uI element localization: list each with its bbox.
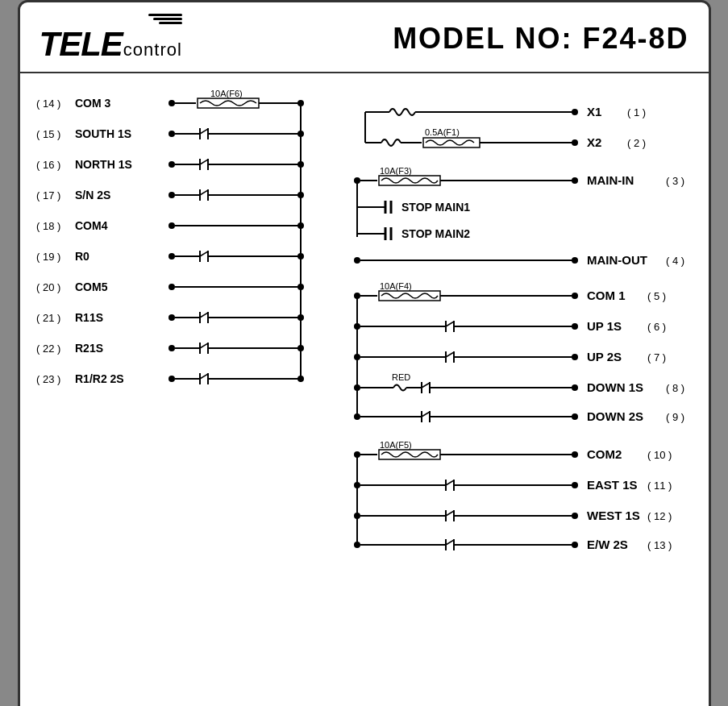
- svg-text:( 15 ): ( 15 ): [36, 128, 60, 140]
- svg-point-100: [572, 177, 578, 184]
- logo-tele: TELE: [40, 25, 123, 64]
- svg-text:X1: X1: [587, 105, 601, 118]
- svg-text:( 9 ): ( 9 ): [666, 411, 684, 423]
- svg-text:S/N 2S: S/N 2S: [75, 189, 110, 201]
- svg-point-57: [297, 253, 304, 260]
- svg-text:DOWN 2S: DOWN 2S: [587, 409, 643, 423]
- svg-text:STOP MAIN1: STOP MAIN1: [401, 201, 470, 214]
- svg-text:R0: R0: [75, 250, 89, 263]
- model-title: MODEL NO: F24-8D: [393, 22, 688, 56]
- svg-point-51: [168, 253, 175, 260]
- svg-text:E/W 2S: E/W 2S: [587, 538, 628, 551]
- svg-point-67: [297, 314, 304, 321]
- svg-point-192: [354, 542, 360, 548]
- svg-point-74: [297, 345, 304, 351]
- svg-text:( 12 ): ( 12 ): [647, 510, 672, 522]
- left-circuit-svg: ( 14 ) COM 3 ( 15 ) SOUTH 1S ( 16 ) NORT…: [35, 88, 349, 434]
- svg-line-38: [200, 160, 208, 164]
- svg-line-65: [200, 313, 208, 318]
- svg-text:WEST 1S: WEST 1S: [587, 509, 640, 522]
- svg-point-162: [572, 413, 578, 420]
- svg-rect-22: [198, 98, 259, 108]
- svg-text:( 19 ): ( 19 ): [36, 251, 60, 263]
- svg-text:( 13 ): ( 13 ): [647, 539, 672, 551]
- svg-text:( 23 ): ( 23 ): [36, 373, 60, 385]
- svg-text:COM2: COM2: [587, 447, 622, 461]
- diagram-area: ( 14 ) COM 3 ( 15 ) SOUTH 1S ( 16 ) NORT…: [20, 73, 709, 707]
- svg-text:( 11 ): ( 11 ): [647, 480, 672, 492]
- svg-text:RED: RED: [392, 372, 410, 382]
- svg-point-122: [572, 293, 578, 299]
- svg-point-183: [354, 513, 360, 519]
- svg-point-60: [297, 284, 304, 290]
- svg-line-55: [200, 251, 208, 256]
- right-diagram: X1 ( 1 ) X2 ( 2 ) 0.5A(F1): [349, 88, 728, 707]
- svg-point-33: [297, 131, 304, 137]
- svg-line-72: [200, 343, 208, 348]
- svg-text:UP 2S: UP 2S: [587, 350, 622, 363]
- svg-text:( 14 ): ( 14 ): [36, 98, 60, 110]
- svg-line-187: [446, 511, 454, 516]
- svg-point-169: [572, 451, 578, 458]
- svg-text:R11S: R11S: [75, 311, 103, 324]
- svg-text:( 4 ): ( 4 ): [666, 255, 684, 267]
- svg-point-41: [168, 192, 175, 198]
- svg-text:( 7 ): ( 7 ): [647, 351, 666, 363]
- svg-line-151: [422, 383, 430, 388]
- svg-text:COM 3: COM 3: [75, 97, 111, 110]
- svg-point-92: [572, 139, 578, 146]
- left-diagram: ( 14 ) COM 3 ( 15 ) SOUTH 1S ( 16 ) NORT…: [35, 88, 349, 707]
- main-panel: TELE control MODEL NO: F24-8D: [18, 0, 711, 706]
- svg-text:10A(F6): 10A(F6): [210, 89, 243, 98]
- svg-point-115: [572, 257, 578, 264]
- svg-point-34: [168, 161, 175, 168]
- svg-point-136: [354, 354, 360, 360]
- svg-text:STOP MAIN2: STOP MAIN2: [401, 227, 470, 240]
- logo-area: TELE control: [40, 14, 182, 64]
- svg-point-198: [572, 542, 578, 548]
- svg-text:10A(F5): 10A(F5): [380, 440, 412, 450]
- svg-text:COM5: COM5: [75, 280, 108, 293]
- svg-point-81: [297, 376, 304, 382]
- svg-point-58: [168, 284, 175, 290]
- svg-text:( 2 ): ( 2 ): [627, 137, 646, 149]
- svg-text:R1/R2 2S: R1/R2 2S: [75, 372, 124, 385]
- svg-point-48: [168, 222, 175, 229]
- svg-point-20: [168, 100, 175, 106]
- header: TELE control MODEL NO: F24-8D: [20, 2, 709, 73]
- svg-text:NORTH 1S: NORTH 1S: [75, 158, 132, 171]
- svg-text:MAIN-IN: MAIN-IN: [587, 173, 634, 187]
- svg-text:COM4: COM4: [75, 219, 108, 232]
- svg-point-174: [354, 482, 360, 488]
- svg-text:( 20 ): ( 20 ): [36, 281, 60, 293]
- svg-point-180: [572, 482, 578, 488]
- svg-text:MAIN-OUT: MAIN-OUT: [587, 253, 647, 267]
- svg-line-160: [422, 412, 430, 417]
- svg-text:( 22 ): ( 22 ): [36, 343, 60, 355]
- svg-rect-90: [423, 138, 480, 147]
- svg-text:( 10 ): ( 10 ): [647, 449, 672, 461]
- svg-text:EAST 1S: EAST 1S: [587, 478, 638, 492]
- svg-text:R21S: R21S: [75, 342, 103, 355]
- svg-point-127: [354, 323, 360, 330]
- svg-point-27: [168, 131, 175, 137]
- svg-line-140: [446, 352, 454, 357]
- svg-text:COM 1: COM 1: [587, 289, 626, 302]
- svg-text:( 18 ): ( 18 ): [36, 220, 60, 232]
- svg-text:( 6 ): ( 6 ): [647, 321, 666, 333]
- svg-text:( 3 ): ( 3 ): [666, 175, 684, 187]
- svg-point-85: [572, 109, 578, 115]
- svg-point-50: [297, 222, 304, 229]
- svg-point-145: [354, 384, 360, 391]
- svg-point-47: [297, 192, 304, 198]
- svg-line-131: [446, 322, 454, 326]
- svg-text:( 17 ): ( 17 ): [36, 189, 60, 201]
- svg-point-68: [168, 345, 175, 351]
- svg-text:0.5A(F1): 0.5A(F1): [425, 127, 460, 137]
- svg-point-75: [168, 376, 175, 382]
- svg-point-133: [572, 323, 578, 330]
- svg-point-156: [354, 413, 360, 420]
- svg-text:10A(F4): 10A(F4): [380, 281, 412, 291]
- svg-text:( 21 ): ( 21 ): [36, 312, 60, 324]
- svg-point-142: [572, 354, 578, 360]
